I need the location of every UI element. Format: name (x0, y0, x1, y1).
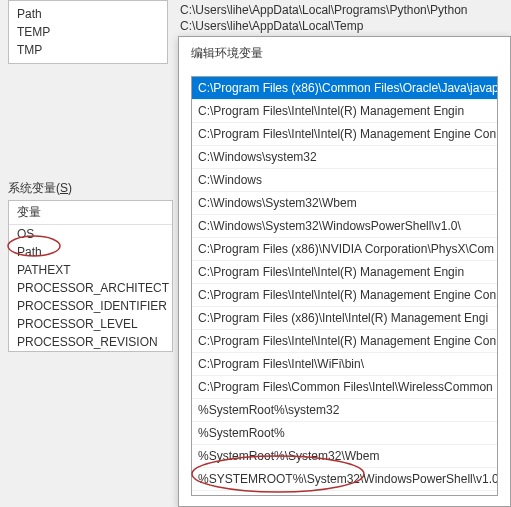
edit-env-dialog: 编辑环境变量 C:\Program Files (x86)\Common Fil… (178, 36, 511, 507)
path-entry[interactable]: %SystemRoot%\system32 (192, 399, 497, 422)
path-entry[interactable]: C:\Program Files\Intel\Intel(R) Manageme… (192, 284, 497, 307)
user-var-row[interactable]: Path (9, 5, 167, 23)
path-entry[interactable]: C:\Windows (192, 169, 497, 192)
path-entry[interactable]: C:\Program Files\Common Files\Intel\Wire… (192, 376, 497, 399)
sys-var-row[interactable]: PROCESSOR_REVISION (9, 333, 172, 351)
sys-var-row[interactable]: OS (9, 225, 172, 243)
path-entry[interactable]: C:\Windows\System32\Wbem (192, 192, 497, 215)
path-entry[interactable]: C:\Program Files (x86)\Intel\Intel(R) Ma… (192, 307, 497, 330)
path-entry[interactable]: %SystemRoot%\System32\Wbem (192, 445, 497, 468)
sys-vars-header[interactable]: 变量 (9, 201, 172, 225)
user-var-value: C:\Users\lihe\AppData\Local\Temp (180, 18, 511, 34)
path-entry[interactable]: %SystemRoot% (192, 422, 497, 445)
system-vars-list[interactable]: 变量 OSPathPATHEXTPROCESSOR_ARCHITECTPROCE… (8, 200, 173, 352)
path-entry[interactable]: C:\Program Files\Intel\WiFi\bin\ (192, 353, 497, 376)
sys-var-row[interactable]: PATHEXT (9, 261, 172, 279)
sys-var-row[interactable]: Path (9, 243, 172, 261)
sys-var-row[interactable]: PROCESSOR_LEVEL (9, 315, 172, 333)
sys-var-row[interactable]: PROCESSOR_ARCHITECT (9, 279, 172, 297)
user-var-values: C:\Users\lihe\AppData\Local\Programs\Pyt… (180, 0, 511, 36)
path-entry[interactable]: C:\Program Files (x86)\NVIDIA Corporatio… (192, 238, 497, 261)
section-hotkey: S (60, 181, 68, 195)
section-text: 系统变量 (8, 181, 56, 195)
user-var-row[interactable]: TEMP (9, 23, 167, 41)
path-entry[interactable]: C:\Windows\System32\WindowsPowerShell\v1… (192, 215, 497, 238)
dialog-title: 编辑环境变量 (179, 37, 510, 70)
system-variables-label: 系统变量(S) (8, 180, 72, 197)
path-entry[interactable]: C:\Program Files (x86)\Common Files\Orac… (192, 77, 497, 100)
path-entry[interactable]: %SYSTEMROOT%\System32\OpenSSH\ (192, 491, 497, 496)
path-entry[interactable]: C:\Program Files\Intel\Intel(R) Manageme… (192, 261, 497, 284)
path-entries-list[interactable]: C:\Program Files (x86)\Common Files\Orac… (191, 76, 498, 496)
path-entry[interactable]: C:\Program Files\Intel\Intel(R) Manageme… (192, 100, 497, 123)
sys-var-row[interactable]: PROCESSOR_IDENTIFIER (9, 297, 172, 315)
path-entry[interactable]: C:\Program Files\Intel\Intel(R) Manageme… (192, 123, 497, 146)
user-var-value: C:\Users\lihe\AppData\Local\Programs\Pyt… (180, 2, 511, 18)
path-entry[interactable]: %SYSTEMROOT%\System32\WindowsPowerShell\… (192, 468, 497, 491)
path-entry[interactable]: C:\Program Files\Intel\Intel(R) Manageme… (192, 330, 497, 353)
user-vars-list[interactable]: PathTEMPTMP (8, 0, 168, 64)
path-entry[interactable]: C:\Windows\system32 (192, 146, 497, 169)
user-var-row[interactable]: TMP (9, 41, 167, 59)
